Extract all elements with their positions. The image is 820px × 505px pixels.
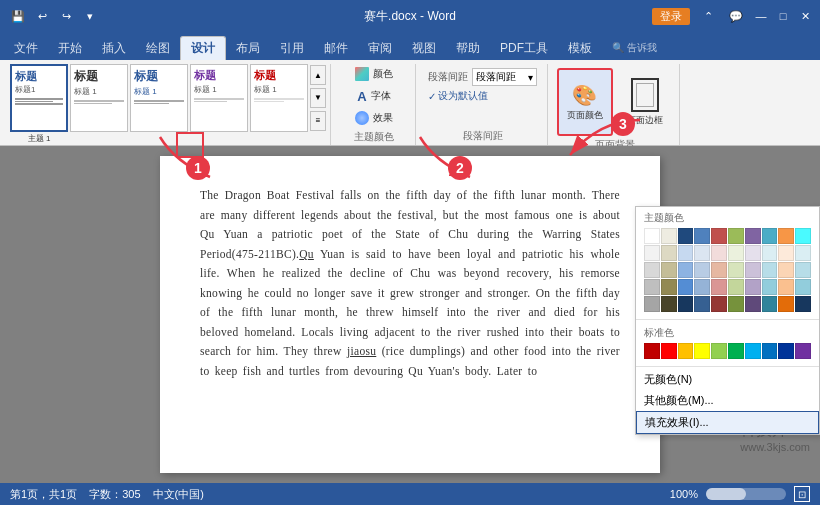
no-color-item[interactable]: 无颜色(N) [636, 369, 819, 390]
scroll-down-button[interactable]: ▼ [310, 88, 326, 108]
zoom-slider[interactable] [706, 488, 786, 500]
color-r5-7[interactable] [745, 296, 761, 312]
tab-help[interactable]: 帮助 [446, 36, 490, 60]
ribbon-toggle-button[interactable]: ⌃ [698, 6, 718, 26]
color-r4-7[interactable] [745, 279, 761, 295]
color-r3-2[interactable] [661, 262, 677, 278]
color-cream[interactable] [661, 228, 677, 244]
std-color-7[interactable] [745, 343, 761, 359]
tab-references[interactable]: 引用 [270, 36, 314, 60]
std-color-4[interactable] [694, 343, 710, 359]
color-green[interactable] [728, 228, 744, 244]
color-r5-3[interactable] [678, 296, 694, 312]
minimize-button[interactable]: — [754, 9, 768, 23]
color-r2-4[interactable] [694, 245, 710, 261]
tab-home[interactable]: 开始 [48, 36, 92, 60]
color-r5-8[interactable] [762, 296, 778, 312]
std-color-9[interactable] [778, 343, 794, 359]
color-r3-9[interactable] [778, 262, 794, 278]
color-r3-10[interactable] [795, 262, 811, 278]
color-r4-8[interactable] [762, 279, 778, 295]
tab-insert[interactable]: 插入 [92, 36, 136, 60]
tab-pdf[interactable]: PDF工具 [490, 36, 558, 60]
std-color-10[interactable] [795, 343, 811, 359]
color-r5-10[interactable] [795, 296, 811, 312]
style-thumb-1[interactable]: 标题 标题 1 [70, 64, 128, 132]
tab-layout[interactable]: 布局 [226, 36, 270, 60]
fill-effect-item[interactable]: 填充效果(I)... [636, 411, 819, 434]
color-r3-5[interactable] [711, 262, 727, 278]
color-r4-6[interactable] [728, 279, 744, 295]
std-color-1[interactable] [644, 343, 660, 359]
comment-button[interactable]: 💬 [726, 6, 746, 26]
tab-review[interactable]: 审阅 [358, 36, 402, 60]
color-r4-3[interactable] [678, 279, 694, 295]
doc-page[interactable]: The Dragon Boat Festival falls on the fi… [160, 156, 660, 473]
tab-tellme[interactable]: 🔍 告诉我 [602, 36, 667, 60]
tab-file[interactable]: 文件 [4, 36, 48, 60]
color-teal[interactable] [762, 228, 778, 244]
color-white[interactable] [644, 228, 660, 244]
tab-draw[interactable]: 绘图 [136, 36, 180, 60]
color-r2-9[interactable] [778, 245, 794, 261]
color-r5-4[interactable] [694, 296, 710, 312]
colors-button[interactable]: 颜色 [339, 64, 409, 84]
style-thumb-4[interactable]: 标题 标题 1 [250, 64, 308, 132]
color-r2-10[interactable] [795, 245, 811, 261]
color-r3-3[interactable] [678, 262, 694, 278]
color-r5-6[interactable] [728, 296, 744, 312]
std-color-8[interactable] [762, 343, 778, 359]
tab-view[interactable]: 视图 [402, 36, 446, 60]
main-theme-thumb[interactable]: 标题 标题1 主题 1 [10, 64, 68, 144]
color-r2-3[interactable] [678, 245, 694, 261]
std-color-6[interactable] [728, 343, 744, 359]
color-r4-2[interactable] [661, 279, 677, 295]
customize-button[interactable]: ▾ [80, 6, 100, 26]
color-r3-1[interactable] [644, 262, 660, 278]
color-r5-2[interactable] [661, 296, 677, 312]
login-button[interactable]: 登录 [652, 8, 690, 25]
color-purple[interactable] [745, 228, 761, 244]
color-r2-5[interactable] [711, 245, 727, 261]
tab-mailings[interactable]: 邮件 [314, 36, 358, 60]
color-r4-9[interactable] [778, 279, 794, 295]
color-blue[interactable] [694, 228, 710, 244]
std-color-2[interactable] [661, 343, 677, 359]
color-r4-4[interactable] [694, 279, 710, 295]
tab-template[interactable]: 模板 [558, 36, 602, 60]
scroll-more-button[interactable]: ≡ [310, 111, 326, 131]
color-orange[interactable] [778, 228, 794, 244]
style-thumb-3[interactable]: 标题 标题 1 [190, 64, 248, 132]
color-r3-4[interactable] [694, 262, 710, 278]
other-colors-item[interactable]: 其他颜色(M)... [636, 390, 819, 411]
tab-design[interactable]: 设计 [180, 36, 226, 60]
color-r3-8[interactable] [762, 262, 778, 278]
color-r2-8[interactable] [762, 245, 778, 261]
style-thumb-2[interactable]: 标题 标题 1 [130, 64, 188, 132]
color-r5-9[interactable] [778, 296, 794, 312]
color-r2-1[interactable] [644, 245, 660, 261]
color-r3-6[interactable] [728, 262, 744, 278]
color-r2-7[interactable] [745, 245, 761, 261]
color-r3-7[interactable] [745, 262, 761, 278]
redo-button[interactable]: ↪ [56, 6, 76, 26]
color-r4-1[interactable] [644, 279, 660, 295]
scroll-up-button[interactable]: ▲ [310, 65, 326, 85]
color-r4-10[interactable] [795, 279, 811, 295]
close-button[interactable]: ✕ [798, 9, 812, 23]
color-r4-5[interactable] [711, 279, 727, 295]
color-navy[interactable] [678, 228, 694, 244]
maximize-button[interactable]: □ [776, 9, 790, 23]
effects-button[interactable]: 效果 [339, 108, 409, 128]
std-color-3[interactable] [678, 343, 694, 359]
color-red[interactable] [711, 228, 727, 244]
color-r5-1[interactable] [644, 296, 660, 312]
color-cyan[interactable] [795, 228, 811, 244]
fit-page-button[interactable]: ⊡ [794, 486, 810, 502]
fonts-button[interactable]: A 字体 [339, 86, 409, 106]
color-r2-2[interactable] [661, 245, 677, 261]
undo-button[interactable]: ↩ [32, 6, 52, 26]
paragraph-spacing-dropdown[interactable]: 段落间距▾ [472, 68, 537, 86]
set-default-button[interactable]: 设为默认值 [438, 89, 488, 103]
color-r2-6[interactable] [728, 245, 744, 261]
